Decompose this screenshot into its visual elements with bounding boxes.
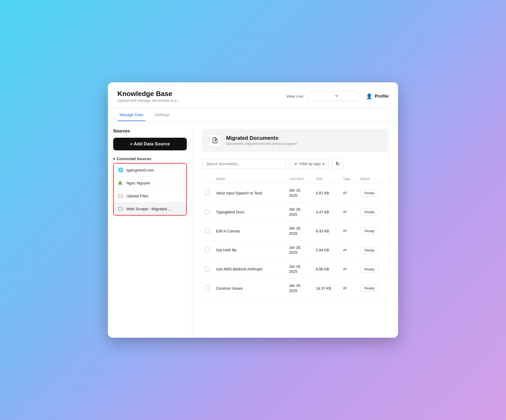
row-checkbox[interactable] — [205, 247, 210, 252]
row-sync: Jan 18,2025 — [286, 279, 313, 298]
row-checkbox-cell[interactable] — [202, 203, 213, 222]
row-tags[interactable]: ⇌ — [340, 203, 357, 222]
status-badge: Ready — [360, 227, 379, 235]
col-status: Status — [357, 175, 389, 184]
tags-edit-icon[interactable]: ⇌ — [343, 248, 347, 253]
sidebar-item-ngoc-nguyen[interactable]: Ngoc Nguyen — [114, 176, 186, 189]
row-status: Ready — [357, 203, 389, 222]
row-tags[interactable]: ⇌ — [340, 279, 357, 298]
sidebar-item-label: Upload Files — [126, 194, 148, 198]
row-status: Ready — [357, 184, 389, 203]
tags-edit-icon[interactable]: ⇌ — [343, 190, 347, 195]
row-sync: Jan 18,2025 — [286, 241, 313, 260]
row-status: Ready — [357, 260, 389, 279]
tags-edit-icon[interactable]: ⇌ — [343, 267, 347, 272]
status-badge: Ready — [360, 285, 379, 292]
table-row: Voice Input (Speech to Text) Jan 18,2025… — [202, 184, 389, 203]
row-size: 8.43 KB — [313, 222, 340, 241]
status-badge: Ready — [360, 266, 379, 273]
table-row: Use AWS Bedrock Anthropic Jan 18,2025 6.… — [202, 260, 389, 279]
row-size: 14.37 KB — [313, 279, 340, 298]
tags-icon: ⇌ — [294, 161, 297, 166]
source-list: 🌐 typingmind.com — [113, 163, 187, 216]
view-live-dropdown[interactable] — [307, 91, 360, 101]
sidebar-item-upload-files[interactable]: Upload Files — [114, 189, 186, 202]
folder-icon — [118, 206, 123, 211]
migrated-header: Migrated Documents Documents migrated fr… — [202, 129, 389, 152]
person-icon: 👤 — [366, 93, 373, 99]
sidebar: Sources + Add Data Source ▾ Connected So… — [108, 121, 192, 338]
chevron-down-icon: ▾ — [113, 157, 115, 161]
row-tags[interactable]: ⇌ — [340, 184, 357, 203]
toolbar: ⇌ Filter by tags ▾ ↻ — [202, 158, 389, 169]
row-name: Edit in Canvas — [213, 222, 286, 241]
refresh-icon: ↻ — [336, 161, 340, 167]
header-left: Knowledge Base Upload and manage documen… — [117, 90, 280, 103]
gdrive-icon — [118, 180, 123, 185]
row-size: 4.47 KB — [313, 203, 340, 222]
row-sync: Jan 18,2025 — [286, 260, 313, 279]
header-center: View Live: — [286, 91, 360, 101]
connected-sources-header[interactable]: ▾ Connected Sources — [113, 157, 187, 161]
tags-edit-icon[interactable]: ⇌ — [343, 209, 347, 214]
tab-manage-data[interactable]: Manage Data — [117, 108, 145, 121]
col-tags: Tags — [340, 175, 357, 184]
row-checkbox[interactable] — [205, 266, 210, 271]
row-tags[interactable]: ⇌ — [340, 222, 357, 241]
row-tags[interactable]: ⇌ — [340, 260, 357, 279]
document-table: Name Last Sync Size Tags Status Voice In… — [202, 175, 389, 298]
row-checkbox[interactable] — [205, 228, 210, 233]
row-checkbox-cell[interactable] — [202, 241, 213, 260]
table-row: Common Issues Jan 18,2025 14.37 KB ⇌ Rea… — [202, 279, 389, 298]
tags-edit-icon[interactable]: ⇌ — [343, 228, 347, 233]
folder-icon — [118, 193, 123, 198]
row-name: Get HAR file — [213, 241, 286, 260]
main-content: Sources + Add Data Source ▾ Connected So… — [108, 121, 398, 338]
sidebar-item-typingmind[interactable]: 🌐 typingmind.com — [114, 164, 186, 176]
chevron-down-icon — [335, 94, 356, 99]
chevron-down-icon: ▾ — [323, 162, 324, 166]
tab-settings[interactable]: Settings — [153, 108, 171, 121]
migrated-icon — [209, 135, 221, 146]
migrated-desc: Documents migrated from the previous sys… — [226, 142, 297, 146]
sidebar-item-web-scrape[interactable]: Web Scrape - Migrated ... — [114, 202, 186, 215]
col-size: Size — [313, 175, 340, 184]
table-row: Get HAR file Jan 18,2025 5.94 KB ⇌ Ready — [202, 241, 389, 260]
header: Knowledge Base Upload and manage documen… — [108, 82, 398, 108]
status-badge: Ready — [360, 247, 379, 254]
row-size: 5.94 KB — [313, 241, 340, 260]
row-tags[interactable]: ⇌ — [340, 241, 357, 260]
row-checkbox-cell[interactable] — [202, 184, 213, 203]
row-sync: Jan 18,2025 — [286, 222, 313, 241]
status-badge: Ready — [360, 189, 379, 197]
row-name: Use AWS Bedrock Anthropic — [213, 260, 286, 279]
connected-sources-label: Connected Sources — [117, 157, 151, 161]
row-checkbox[interactable] — [205, 190, 210, 195]
row-sync: Jan 18,2025 — [286, 203, 313, 222]
row-name: Common Issues — [213, 279, 286, 298]
profile-button[interactable]: 👤 Profile — [366, 93, 389, 99]
add-data-source-button[interactable]: + Add Data Source — [113, 138, 187, 150]
table-row: Edit in Canvas Jan 18,2025 8.43 KB ⇌ Rea… — [202, 222, 389, 241]
col-sync: Last Sync — [286, 175, 313, 184]
migrated-info: Migrated Documents Documents migrated fr… — [226, 135, 297, 146]
table-row: TypingMind Docs Jan 18,2025 4.47 KB ⇌ Re… — [202, 203, 389, 222]
app-subtitle: Upload and manage documents in y... — [117, 98, 280, 103]
tags-edit-icon[interactable]: ⇌ — [343, 286, 347, 291]
table-header-row: Name Last Sync Size Tags Status — [202, 175, 389, 184]
status-badge: Ready — [360, 208, 379, 216]
row-checkbox[interactable] — [205, 209, 210, 214]
view-live-label: View Live: — [286, 94, 304, 98]
search-input[interactable] — [202, 159, 286, 169]
row-checkbox-cell[interactable] — [202, 279, 213, 298]
sidebar-item-label: Ngoc Nguyen — [126, 181, 150, 185]
col-checkbox — [202, 175, 213, 184]
row-checkbox-cell[interactable] — [202, 222, 213, 241]
row-checkbox[interactable] — [205, 285, 210, 290]
content-panel: Migrated Documents Documents migrated fr… — [192, 121, 398, 338]
filter-by-tags-button[interactable]: ⇌ Filter by tags ▾ — [289, 159, 329, 169]
refresh-button[interactable]: ↻ — [332, 158, 343, 169]
row-sync: Jan 18,2025 — [286, 184, 313, 203]
row-size: 5.87 KB — [313, 184, 340, 203]
row-checkbox-cell[interactable] — [202, 260, 213, 279]
